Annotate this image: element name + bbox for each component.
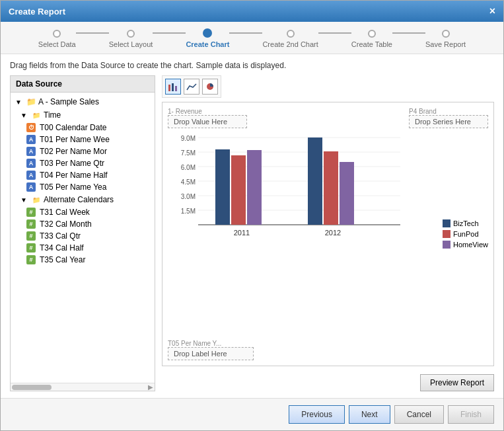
- legend-item-funpod: FunPod: [443, 230, 488, 238]
- svg-text:6.0M: 6.0M: [181, 164, 196, 171]
- series-drop-zone[interactable]: Drop Series Here: [409, 115, 488, 128]
- series-zone-label: P4 Brand: [409, 108, 488, 115]
- step-circle-select-layout: [127, 30, 135, 38]
- step-select-layout: Select Layout: [109, 30, 153, 48]
- collapse-icon-time: ▼: [18, 110, 29, 120]
- folder-blue-icon-alt: 📁: [31, 194, 42, 205]
- tree-item-t02[interactable]: A T02 Per Name Mor: [11, 145, 155, 157]
- tree-item-time[interactable]: ▼ 📁 Time: [11, 108, 155, 122]
- dialog-body: Drag fields from the Data Source to crea…: [1, 54, 503, 398]
- tree-item-t33[interactable]: # T33 Cal Qtr: [11, 230, 155, 242]
- tree-item-t31[interactable]: # T31 Cal Week: [11, 206, 155, 218]
- tree-label-t35: T35 Cal Year: [40, 255, 85, 264]
- svg-text:4.5M: 4.5M: [181, 178, 196, 186]
- tree-label-t02: T02 Per Name Mor: [40, 147, 107, 156]
- next-button[interactable]: Next: [349, 405, 390, 424]
- field-hash-icon-t34: #: [26, 243, 36, 253]
- tree-label-t31: T31 Cal Week: [40, 208, 90, 217]
- data-source-tree[interactable]: ▼ 📁 A - Sample Sales ▼ 📁 Time ⏱ T00 Cale…: [11, 93, 155, 383]
- svg-rect-1: [172, 83, 174, 91]
- legend-label-funpod: FunPod: [453, 230, 479, 238]
- wizard-steps: Select Data Select Layout Create Chart C…: [1, 22, 503, 54]
- chart-content: 9.0M 7.5M 6.0M 4.5M 3.0M 1.5M: [168, 131, 488, 337]
- cancel-button[interactable]: Cancel: [394, 405, 444, 424]
- step-connector-5: [392, 32, 425, 34]
- tree-item-alt-calendars[interactable]: ▼ 📁 Alternate Calendars: [11, 193, 155, 206]
- legend-label-biztec: BizTech: [453, 219, 479, 227]
- step-connector-3: [229, 32, 262, 34]
- tree-item-t35[interactable]: # T35 Cal Year: [11, 254, 155, 266]
- tree-label-t32: T32 Cal Month: [40, 219, 92, 229]
- series-zone-container: P4 Brand Drop Series Here: [409, 108, 488, 128]
- value-zone-container: 1- Revenue Drop Value Here: [168, 108, 247, 128]
- step-create-2nd-chart: Create 2nd Chart: [262, 30, 318, 48]
- chart-drop-bottom: T05 Per Name Y... Drop Label Here: [168, 340, 488, 360]
- step-label-create-table: Create Table: [351, 40, 392, 48]
- svg-text:7.5M: 7.5M: [181, 149, 196, 157]
- label-zone-label: T05 Per Name Y...: [168, 340, 254, 347]
- field-a-icon-t02: A: [26, 147, 36, 156]
- pie-chart-button[interactable]: [202, 79, 218, 95]
- collapse-icon: ▼: [13, 97, 24, 107]
- step-connector-2: [153, 32, 186, 34]
- field-hash-icon-t33: #: [26, 231, 36, 241]
- tree-horizontal-scrollbar[interactable]: ▶: [11, 383, 155, 391]
- preview-report-button[interactable]: Preview Report: [420, 374, 494, 391]
- tree-label-t00: T00 Calendar Date: [40, 123, 106, 132]
- field-hash-icon-t32: #: [26, 219, 36, 229]
- step-label-select-data: Select Data: [38, 40, 76, 48]
- step-circle-create-chart: [203, 28, 212, 38]
- step-label-create-chart: Create Chart: [186, 40, 229, 48]
- instruction-text: Drag fields from the Data Source to crea…: [10, 61, 494, 70]
- previous-button[interactable]: Previous: [289, 405, 345, 424]
- tree-item-t34[interactable]: # T34 Cal Half: [11, 242, 155, 254]
- step-connector-1: [76, 32, 109, 34]
- bar-2011-homeview: [247, 150, 262, 225]
- tree-label-alt: Alternate Calendars: [44, 195, 114, 204]
- tree-item-a-sample-sales[interactable]: ▼ 📁 A - Sample Sales: [11, 95, 155, 108]
- step-circle-select-data: [53, 30, 61, 38]
- scrollbar-thumb-h: [12, 385, 52, 390]
- svg-text:1.5M: 1.5M: [181, 208, 196, 215]
- tree-item-t04[interactable]: A T04 Per Name Half: [11, 169, 155, 181]
- chart-svg: 9.0M 7.5M 6.0M 4.5M 3.0M 1.5M: [168, 131, 435, 263]
- close-button[interactable]: ×: [489, 6, 495, 17]
- label-drop-text: Drop Label Here: [174, 350, 227, 358]
- step-circle-create-2nd-chart: [287, 30, 295, 38]
- tree-item-t03[interactable]: A T03 Per Name Qtr: [11, 157, 155, 169]
- tree-item-t01[interactable]: A T01 Per Name Wee: [11, 134, 155, 145]
- value-drop-zone[interactable]: Drop Value Here: [168, 115, 247, 128]
- field-hash-icon-t31: #: [26, 208, 36, 217]
- tree-label-t05: T05 Per Name Yea: [40, 182, 106, 192]
- line-chart-button[interactable]: [184, 79, 199, 95]
- data-source-panel: Data Source ▼ 📁 A - Sample Sales ▼ 📁 Tim…: [10, 75, 155, 391]
- collapse-icon-alt: ▼: [18, 194, 29, 205]
- tree-item-t05[interactable]: A T05 Per Name Yea: [11, 181, 155, 193]
- legend-item-biztec: BizTech: [443, 219, 488, 227]
- clock-icon: ⏱: [26, 123, 36, 132]
- bar-2011-funpod: [231, 155, 246, 225]
- step-circle-save-report: [442, 30, 450, 38]
- bar-chart-button[interactable]: [165, 79, 181, 95]
- step-label-select-layout: Select Layout: [109, 40, 153, 48]
- step-save-report: Save Report: [425, 30, 466, 48]
- data-source-header: Data Source: [11, 76, 155, 93]
- svg-rect-2: [175, 86, 177, 91]
- svg-text:3.0M: 3.0M: [181, 193, 196, 200]
- finish-button[interactable]: Finish: [448, 405, 494, 424]
- tree-label-time: Time: [44, 110, 61, 120]
- tree-label-t33: T33 Cal Qtr: [40, 231, 81, 241]
- tree-item-t32[interactable]: # T32 Cal Month: [11, 218, 155, 230]
- chart-drop-zones-top: 1- Revenue Drop Value Here P4 Brand Drop…: [168, 108, 488, 128]
- field-a-icon-t01: A: [26, 135, 36, 144]
- field-a-icon-t04: A: [26, 171, 36, 180]
- step-create-chart: Create Chart: [186, 28, 229, 48]
- tree-item-t00[interactable]: ⏱ T00 Calendar Date: [11, 122, 155, 134]
- label-drop-zone[interactable]: Drop Label Here: [168, 347, 254, 360]
- dialog-title: Create Report: [9, 7, 65, 17]
- dialog-footer: Previous Next Cancel Finish: [1, 398, 503, 430]
- step-select-data: Select Data: [38, 30, 76, 48]
- step-create-table: Create Table: [351, 30, 392, 48]
- value-zone-label: 1- Revenue: [168, 108, 247, 115]
- tree-label-t01: T01 Per Name Wee: [40, 135, 110, 144]
